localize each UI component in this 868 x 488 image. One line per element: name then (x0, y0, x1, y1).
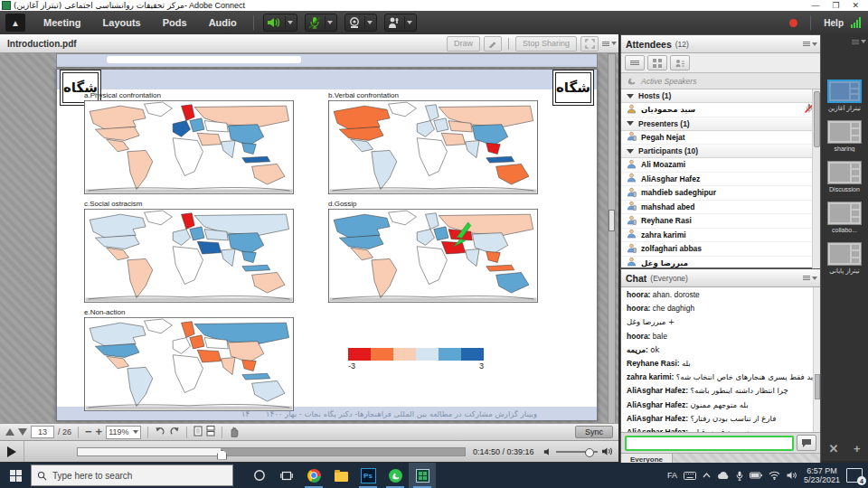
chat-message: میررضا وغل + (627, 317, 813, 326)
document-scrollbar[interactable] (608, 53, 616, 423)
grid-view-button[interactable] (647, 55, 667, 70)
speaker-tray-icon[interactable] (787, 471, 797, 480)
attendees-pod: Attendees (12) Active Speakers Hosts (1)… (620, 34, 821, 268)
taskbar-explorer[interactable] (327, 463, 354, 488)
sync-button[interactable]: Sync (575, 426, 613, 438)
playback-time: 0:14:50 / 0:39:16 (473, 447, 534, 456)
start-button[interactable] (0, 463, 31, 488)
stop-sharing-button[interactable]: Stop Sharing (515, 36, 577, 52)
pan-tool-button[interactable] (229, 426, 240, 439)
draw-button[interactable]: Draw (447, 36, 480, 52)
taskbar-chrome[interactable] (300, 463, 327, 488)
microphone-button[interactable] (305, 14, 337, 32)
menu-meeting[interactable]: Meeting (33, 11, 92, 34)
attendee-group-header[interactable]: Participants (10) (621, 145, 820, 158)
pen-tool-button[interactable] (484, 36, 502, 52)
world-map-a (84, 100, 294, 194)
playback-bar: 0:14:50 / 0:39:16 (0, 440, 618, 462)
chat-message: hoora: ahan. doroste (627, 290, 813, 299)
webcam-button[interactable] (344, 14, 377, 32)
attendee-row[interactable]: AliAsghar Hafez (621, 173, 820, 187)
taskbar-adobe-connect[interactable] (409, 463, 436, 488)
attendee-group-header[interactable]: Presenters (1) (621, 117, 820, 131)
webcam-dropdown[interactable] (364, 16, 374, 29)
attendee-row[interactable]: mahshad abed (621, 201, 820, 215)
manage-layouts-button[interactable]: ✕ (828, 442, 838, 455)
zoom-in-button[interactable]: + (96, 427, 103, 436)
menu-pods[interactable]: Pods (152, 11, 198, 34)
attendees-scrollbar[interactable] (812, 89, 820, 286)
layout-thumbnail-1[interactable] (827, 80, 862, 103)
zoom-level-select[interactable]: 119% (106, 426, 140, 439)
attendee-row[interactable]: Pegah Nejat (621, 131, 820, 145)
wifi-icon[interactable] (769, 471, 780, 480)
action-center-button[interactable]: 4 (846, 468, 863, 483)
raise-hand-button[interactable] (384, 14, 417, 32)
attendee-row[interactable]: Ali Moazami (621, 158, 820, 173)
single-page-view-button[interactable] (193, 426, 203, 438)
share-pod-menu[interactable] (602, 39, 615, 48)
playback-progress[interactable] (77, 447, 466, 456)
photoshop-icon: Ps (361, 468, 376, 483)
taskbar-photoshop[interactable]: Ps (354, 463, 382, 488)
layout-thumbnail-3[interactable] (827, 161, 862, 184)
chat-input[interactable] (625, 436, 794, 451)
microphone-muted-icon (307, 16, 322, 29)
attendee-group-header[interactable]: Hosts (1) (621, 89, 820, 103)
volume-knob[interactable] (585, 448, 594, 457)
minimize-button[interactable]: — (811, 1, 819, 10)
rotate-left-button[interactable] (155, 427, 165, 438)
send-message-button[interactable] (797, 435, 816, 451)
close-button[interactable]: ✕ (852, 1, 859, 10)
chat-scrollbar[interactable] (813, 287, 820, 432)
next-page-button[interactable] (18, 428, 27, 436)
keyboard-icon[interactable] (684, 472, 696, 480)
play-button[interactable] (0, 441, 24, 462)
share-pod: Introduction.pdf Draw Stop Sharing (0, 34, 618, 461)
layout-thumbnail-4[interactable] (827, 202, 862, 225)
raise-hand-dropdown[interactable] (404, 16, 414, 29)
page-number-input[interactable]: 13 (31, 426, 54, 438)
battery-icon[interactable] (750, 472, 762, 479)
attendee-row[interactable]: zahra karimi (621, 229, 820, 243)
speaker-dropdown[interactable] (285, 16, 295, 29)
list-view-button[interactable] (625, 55, 645, 70)
taskbar-whatsapp[interactable] (382, 463, 409, 488)
microphone-tray-icon[interactable] (736, 471, 743, 481)
add-layout-button[interactable]: + (854, 442, 861, 455)
task-view-button[interactable] (273, 463, 300, 488)
chat-pod-menu[interactable] (803, 274, 816, 283)
tray-expand-chevron[interactable] (703, 473, 711, 478)
help-menu[interactable]: Help (824, 18, 844, 28)
zoom-out-button[interactable]: − (85, 427, 92, 436)
language-indicator[interactable]: FA (667, 471, 677, 480)
layout-label-4: collabo... (821, 227, 868, 233)
menu-audio[interactable]: Audio (198, 11, 248, 34)
page-total-label: / 26 (58, 427, 71, 436)
status-view-button[interactable] (670, 55, 690, 70)
attendee-row[interactable]: zolfaghari abbas (621, 242, 820, 257)
layout-thumbnail-5[interactable] (827, 242, 862, 266)
continuous-view-button[interactable] (206, 426, 215, 438)
chat-message: hoora: bale (627, 332, 813, 341)
speaker-button[interactable] (263, 14, 297, 32)
rotate-right-button[interactable] (169, 427, 180, 438)
attendee-row[interactable]: سید محمودیان (621, 103, 820, 117)
layout-thumbnail-2[interactable] (827, 120, 862, 144)
attendee-row[interactable]: mahdieb sadeghipur (621, 186, 820, 201)
cortana-button[interactable] (246, 463, 273, 488)
fullscreen-button[interactable] (580, 36, 599, 52)
previous-page-button[interactable] (5, 428, 14, 436)
layouts-menu[interactable] (852, 37, 864, 46)
onedrive-icon[interactable] (717, 472, 730, 480)
maximize-button[interactable]: ❐ (832, 1, 839, 10)
taskbar-clock[interactable]: 6:57 PM 5/23/2021 (804, 466, 840, 484)
microphone-dropdown[interactable] (325, 16, 335, 29)
legend-swatch (416, 348, 439, 361)
attendees-pod-menu[interactable] (803, 40, 816, 49)
attendee-name: zolfaghari abbas (641, 244, 702, 253)
taskbar-search[interactable]: Type here to search (31, 465, 233, 486)
menu-layouts[interactable]: Layouts (92, 11, 152, 34)
attendee-row[interactable]: Reyhane Rasi (621, 214, 820, 229)
volume-slider[interactable] (556, 451, 598, 453)
